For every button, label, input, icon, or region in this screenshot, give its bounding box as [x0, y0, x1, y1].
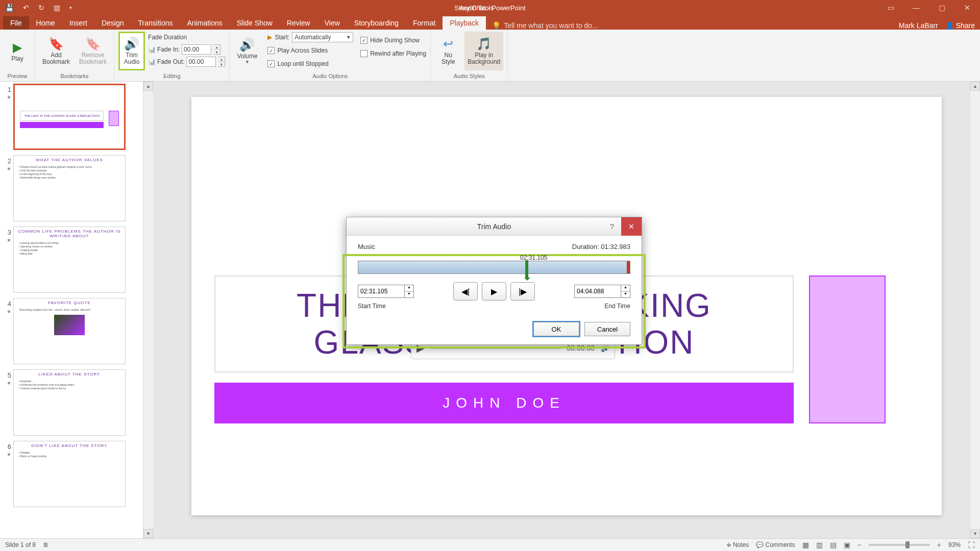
editor-scrollbar[interactable]: ▲ ▼	[970, 82, 980, 538]
tab-review[interactable]: Review	[280, 16, 317, 30]
minimize-icon[interactable]: —	[903, 0, 929, 15]
tab-insert[interactable]: Insert	[62, 16, 94, 30]
editor-scroll-down-icon[interactable]: ▼	[970, 529, 980, 538]
start-time-label: Start Time	[358, 303, 386, 310]
maximize-icon[interactable]: ▢	[929, 0, 954, 15]
group-editing: Editing	[118, 72, 225, 80]
notes-indicator-icon[interactable]: 🗎	[43, 541, 49, 548]
play-icon: ▶	[13, 40, 22, 55]
zoom-out-icon[interactable]: −	[857, 541, 862, 549]
volume-button[interactable]: 🔊 Volume ▼	[234, 32, 260, 70]
background-audio-icon: 🎵	[476, 37, 492, 51]
zoom-in-icon[interactable]: +	[937, 541, 941, 549]
loop-checkbox[interactable]: ✓	[267, 60, 275, 67]
prev-frame-button[interactable]: ◀|	[453, 282, 478, 300]
fit-to-window-icon[interactable]: ⛶	[968, 541, 975, 549]
slide-thumb-4[interactable]: 4★ FAVORITE QUOTE "Everything dropped fr…	[3, 298, 140, 364]
end-time-input[interactable]	[574, 285, 621, 298]
tab-home[interactable]: Home	[29, 16, 62, 30]
rewind-checkbox[interactable]	[360, 50, 368, 57]
tab-playback[interactable]: Playback	[443, 16, 486, 30]
start-time-input[interactable]	[358, 285, 405, 298]
cancel-button[interactable]: Cancel	[584, 322, 630, 336]
fade-duration-label: Fade Duration	[148, 32, 225, 43]
tab-storyboarding[interactable]: Storyboarding	[347, 16, 406, 30]
no-style-icon: ↩	[443, 37, 453, 51]
save-icon[interactable]: 💾	[5, 4, 14, 12]
tab-animations[interactable]: Animations	[180, 16, 229, 30]
comments-button[interactable]: 💬 Comments	[756, 541, 795, 548]
scroll-down-icon[interactable]: ▼	[143, 529, 153, 538]
end-trim-handle[interactable]	[627, 261, 630, 273]
close-icon[interactable]: ✕	[954, 0, 980, 15]
dialog-close-icon[interactable]: ✕	[621, 217, 642, 236]
editor-scroll-up-icon[interactable]: ▲	[970, 82, 980, 91]
play-across-checkbox[interactable]: ✓	[267, 47, 275, 54]
slideshow-view-icon[interactable]: ▣	[844, 541, 850, 549]
tab-file[interactable]: File	[3, 16, 29, 30]
undo-icon[interactable]: ↶	[23, 4, 29, 12]
start-dropdown[interactable]: Automatically▼	[292, 32, 353, 42]
tell-me-search[interactable]: 💡 Tell me what you want to do...	[492, 21, 598, 30]
thumb-scrollbar[interactable]: ▲ ▼	[143, 82, 153, 538]
fade-in-input[interactable]: 00.00	[182, 44, 211, 55]
start-trim-handle[interactable]	[525, 260, 528, 278]
tab-format[interactable]: Format	[406, 16, 443, 30]
audio-mute-icon[interactable]: 🔊	[601, 344, 609, 352]
play-button[interactable]: ▶ Play	[4, 32, 31, 70]
playhead-time: 02:31.105	[520, 254, 547, 261]
slide-thumb-2[interactable]: 2★ WHAT THE AUTHOR VALUES • People shoul…	[3, 155, 140, 221]
trim-audio-dialog: Trim Audio ? ✕ Music Duration: 01:32.983…	[346, 217, 642, 345]
audio-time: 00:00.00	[567, 344, 595, 352]
next-frame-button[interactable]: |▶	[510, 282, 535, 300]
tab-design[interactable]: Design	[94, 16, 131, 30]
bookmark-remove-icon: 🔖	[85, 37, 101, 51]
ribbon-options-icon[interactable]: ▭	[878, 0, 903, 15]
qat-customize-icon[interactable]: ▾	[69, 5, 72, 10]
reading-view-icon[interactable]: ▤	[830, 541, 837, 549]
contextual-tab-title: Audio Tools	[459, 4, 494, 12]
ok-button[interactable]: OK	[533, 322, 579, 336]
tab-slideshow[interactable]: Slide Show	[230, 16, 280, 30]
tab-view[interactable]: View	[317, 16, 347, 30]
group-audio-options: Audio Options	[234, 72, 426, 80]
fade-out-input[interactable]: 00.00	[186, 57, 216, 67]
fade-out-icon: 📊	[148, 58, 155, 65]
fade-out-spinner[interactable]: ▲▼	[218, 57, 225, 67]
zoom-slider[interactable]	[869, 544, 930, 546]
audio-name: Music	[358, 243, 375, 251]
slide-thumb-5[interactable]: 5★ LIKED ABOUT THE STORY • Analytical• A…	[3, 369, 140, 436]
bookmark-add-icon: 🔖	[48, 37, 64, 51]
start-time-spinner[interactable]: ▲▼	[405, 285, 414, 298]
dialog-help-icon[interactable]: ?	[603, 217, 621, 236]
no-style-button[interactable]: ↩ No Style	[435, 32, 461, 70]
volume-icon: 🔊	[239, 38, 255, 52]
play-in-background-button[interactable]: 🎵 Play in Background	[464, 32, 503, 70]
remove-bookmark-button[interactable]: 🔖 Remove Bookmark	[76, 32, 110, 70]
fade-in-spinner[interactable]: ▲▼	[213, 44, 220, 55]
slide-thumb-6[interactable]: 6★ DIDN'T LIKE ABOUT THE STORY • Detaile…	[3, 441, 140, 507]
notes-button[interactable]: ≑ Notes	[726, 541, 749, 548]
redo-icon[interactable]: ↻	[38, 4, 44, 12]
slide-thumb-3[interactable]: 3★ COMMON LIFE PROBLEMS THE AUTHOR IS WR…	[3, 227, 140, 293]
start-from-beginning-icon[interactable]: ▥	[54, 4, 60, 12]
fade-in-icon: 📊	[148, 46, 155, 53]
add-bookmark-button[interactable]: 🔖 Add Bookmark	[39, 32, 73, 70]
status-slide-number: Slide 1 of 8	[5, 541, 36, 548]
tab-transitions[interactable]: Transitions	[131, 16, 180, 30]
play-preview-button[interactable]: ▶	[482, 282, 506, 300]
slide-thumb-1[interactable]: 1★ THE LADY IN THE LOOKING GLASS: A REFL…	[3, 84, 140, 150]
normal-view-icon[interactable]: ▦	[802, 541, 809, 549]
hide-checkbox[interactable]: ✓	[360, 37, 368, 44]
user-name[interactable]: Mark LaBarr	[899, 21, 938, 30]
share-button[interactable]: 👤 Share	[945, 21, 975, 30]
sorter-view-icon[interactable]: ▥	[816, 541, 823, 549]
fade-out-label: Fade Out:	[157, 58, 184, 65]
dialog-title: Trim Audio	[347, 222, 642, 231]
scroll-up-icon[interactable]: ▲	[143, 82, 153, 91]
animation-star-icon: ★	[3, 94, 11, 100]
end-time-label: End Time	[604, 303, 630, 310]
trim-audio-button[interactable]: 🔊 Trim Audio	[118, 32, 145, 70]
end-time-spinner[interactable]: ▲▼	[621, 285, 630, 298]
waveform[interactable]	[358, 261, 630, 274]
